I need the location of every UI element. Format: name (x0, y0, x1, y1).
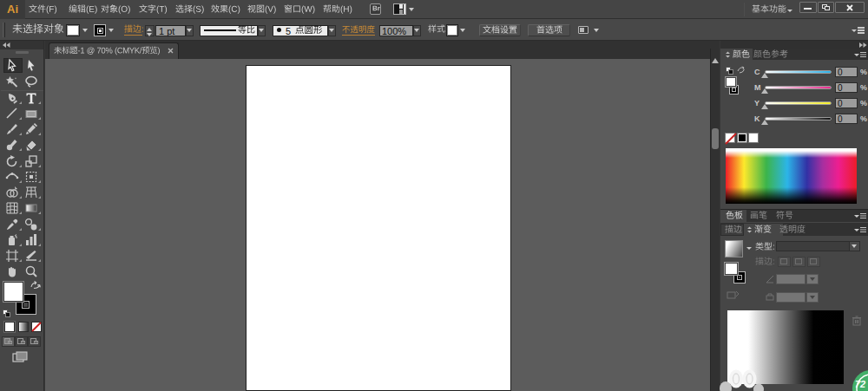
svg-text:72: 72 (855, 379, 865, 389)
